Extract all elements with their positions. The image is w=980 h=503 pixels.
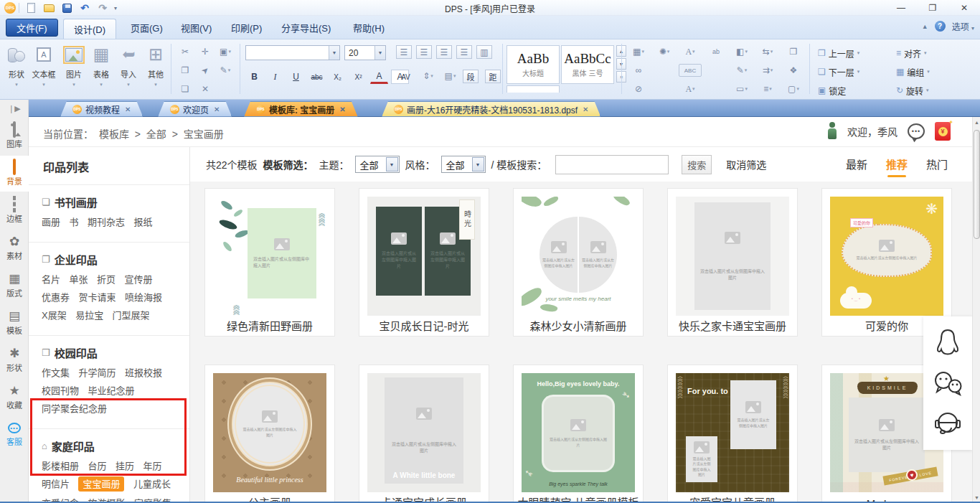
- remove-link-button[interactable]: ⊘: [627, 83, 650, 95]
- hyperlink-button[interactable]: ∞: [627, 64, 650, 77]
- panel-link-active-baby-album[interactable]: 宝宝画册: [78, 476, 124, 492]
- vertical-text-button[interactable]: ▥: [476, 45, 492, 59]
- line-weight-button[interactable]: ≡▾: [756, 83, 779, 95]
- panel-link[interactable]: 挂历: [116, 460, 134, 472]
- tab-close-icon[interactable]: ✕: [214, 105, 220, 113]
- template-card[interactable]: 双击插入图片或从左侧图库中拖入图片 双击插入图片或从左侧图库中拖入图片 時光 宝…: [359, 188, 489, 337]
- menu-view[interactable]: 视图(V): [171, 19, 222, 37]
- panel-link[interactable]: 书: [69, 216, 78, 228]
- cancel-filter-button[interactable]: 取消筛选: [726, 157, 766, 171]
- template-card[interactable]: 〈〈〈〈〈〈〈〈〈〈〈〈 〈〈〈〈〈〈〈〈〈〈〈〈 For you. to pe…: [667, 365, 798, 503]
- search-button[interactable]: 搜索: [682, 155, 712, 174]
- style-preset-clipped[interactable]: AaBb: [507, 85, 560, 93]
- panel-link[interactable]: 校园刊物: [42, 385, 79, 397]
- template-card[interactable]: 双击插入图片或从左侧图库中拖入图片 A White little bone 卡通…: [359, 365, 489, 503]
- table-button[interactable]: ▦ 表格▾: [88, 42, 115, 95]
- panel-link[interactable]: 毕业纪念册: [88, 385, 134, 397]
- pan-hand-button[interactable]: ✛: [197, 45, 214, 58]
- import-button[interactable]: ➥ 导入▾: [115, 42, 142, 95]
- columns-button[interactable]: ▤▾: [440, 70, 460, 83]
- font-color-button[interactable]: A: [370, 70, 388, 84]
- subscript-button[interactable]: X₂: [329, 70, 347, 84]
- wechat-icon[interactable]: [932, 370, 963, 398]
- panel-link[interactable]: 升学简历: [78, 367, 116, 379]
- bring-forward-button[interactable]: ❐上一层▾: [818, 45, 893, 61]
- panel-link[interactable]: 画册: [42, 216, 60, 228]
- style-select[interactable]: 全部 ▼: [441, 156, 486, 173]
- other-button[interactable]: ⊞ 其他▾: [142, 42, 169, 95]
- tab-close-icon[interactable]: ✕: [583, 105, 588, 113]
- section-title[interactable]: ❏书刊画册: [42, 194, 179, 210]
- template-card[interactable]: 双击插入图片或从左侧图库中拖入图片 双击插入图片或从左侧图库中拖入图片 your…: [513, 188, 644, 337]
- align-right-button[interactable]: ☰: [436, 45, 452, 59]
- close-button[interactable]: ✕: [948, 0, 980, 16]
- panel-link[interactable]: 儿童成长: [133, 478, 171, 490]
- arrow-style-button[interactable]: ⇉▾: [756, 64, 779, 77]
- text-effect-button[interactable]: A▾: [679, 83, 702, 95]
- fill-color-button[interactable]: ◧▾: [730, 45, 753, 58]
- duplicate-page-button[interactable]: ❐: [782, 45, 805, 58]
- line-spacing-button[interactable]: ⇕▾: [418, 70, 438, 83]
- panel-link[interactable]: 班报校报: [125, 367, 162, 379]
- wordart-button[interactable]: A▾: [679, 45, 702, 58]
- strikethrough-button[interactable]: abc: [308, 70, 326, 84]
- menu-design[interactable]: 设计(D): [63, 19, 116, 39]
- minimize-button[interactable]: —: [885, 0, 917, 16]
- underline-button[interactable]: U: [287, 70, 305, 84]
- theme-select[interactable]: 全部 ▼: [355, 156, 400, 173]
- menu-page[interactable]: 页面(G): [121, 19, 173, 37]
- qq-icon[interactable]: [933, 328, 962, 359]
- style-preset-body[interactable]: AaBbCc 黑体 三号: [561, 45, 614, 84]
- section-title[interactable]: ❐企业印品: [42, 252, 179, 267]
- panel-link[interactable]: 作文集: [42, 367, 70, 379]
- export-image-button[interactable]: ▣▾: [217, 45, 234, 58]
- rail-item-layout[interactable]: ▦ 版式: [0, 268, 29, 304]
- font-family-combo[interactable]: ▼: [245, 45, 340, 60]
- rail-item-material[interactable]: ✿ 素材: [0, 230, 29, 266]
- template-card[interactable]: 双击插入图片或从左侧图库中拖入图片 Beautiful little princ…: [204, 365, 335, 503]
- delete-button[interactable]: ✕: [197, 83, 214, 95]
- rail-item-border[interactable]: 边框: [0, 193, 29, 229]
- align-justify-button[interactable]: ☰: [456, 45, 472, 59]
- shapes-button[interactable]: 形状▾: [3, 42, 30, 95]
- sort-recommended[interactable]: 推荐: [886, 156, 908, 171]
- cell-format-button[interactable]: ▦▾: [627, 45, 650, 58]
- tab-close-icon[interactable]: ✕: [339, 105, 345, 113]
- align-center-button[interactable]: ☰: [416, 45, 432, 59]
- menu-print[interactable]: 印刷(P): [221, 19, 272, 37]
- panel-link[interactable]: 影楼相册: [42, 460, 79, 472]
- panel-link[interactable]: 同学聚会纪念册: [42, 403, 107, 415]
- superscript-button[interactable]: X²: [349, 70, 367, 84]
- help-icon[interactable]: ?: [935, 21, 946, 32]
- paste-button[interactable]: ❏: [176, 83, 194, 95]
- panel-link[interactable]: 明信片: [42, 478, 70, 490]
- align-left-button[interactable]: ☰: [396, 45, 412, 59]
- panel-link[interactable]: 贺卡请柬: [78, 291, 116, 304]
- rail-item-background[interactable]: 背景: [0, 156, 29, 192]
- template-card[interactable]: 双击插入图片或从左侧图库中拖入图片 《《《《《 《《《《 绿色清新田野画册: [204, 188, 335, 337]
- spacing-button[interactable]: 距: [485, 70, 501, 83]
- panel-link[interactable]: X展架: [42, 309, 67, 321]
- breadcrumb-baby-album[interactable]: 宝宝画册: [184, 128, 224, 140]
- kerning-button[interactable]: AV: [396, 70, 415, 84]
- breadcrumb-template-library[interactable]: 模板库: [99, 128, 129, 140]
- indent-button[interactable]: ⇆▾: [756, 45, 779, 58]
- lock-button[interactable]: ▣锁定: [818, 83, 893, 98]
- panel-link[interactable]: 年历: [143, 460, 161, 472]
- scroll-up-arrow[interactable]: ▲: [973, 117, 980, 128]
- cut-button[interactable]: ✂: [176, 45, 194, 58]
- style-preset-headline[interactable]: AaBb 大标题: [507, 45, 560, 84]
- options-button[interactable]: 选项 ▾: [952, 20, 974, 32]
- template-card[interactable]: Hello,Big eyes lovely baby. ➳ 双击插入图片或从左侧…: [513, 365, 644, 503]
- breadcrumb-all[interactable]: 全部: [146, 128, 166, 140]
- panel-link[interactable]: 喷绘海报: [125, 291, 162, 304]
- spell-check-button[interactable]: ABC: [679, 64, 702, 77]
- headset-support-icon[interactable]: [933, 408, 963, 438]
- template-card[interactable]: 双击插入图片或从左侧图库中拖入图片 快乐之家卡通宝宝画册: [667, 188, 798, 337]
- panel-link[interactable]: 名片: [42, 273, 60, 286]
- menu-help[interactable]: 帮助(H): [343, 19, 395, 37]
- panel-link[interactable]: 易拉宝: [75, 309, 103, 321]
- search-input[interactable]: [555, 155, 669, 174]
- rail-item-gallery[interactable]: 图库: [0, 118, 29, 154]
- panel-link[interactable]: 期刊杂志: [88, 216, 125, 228]
